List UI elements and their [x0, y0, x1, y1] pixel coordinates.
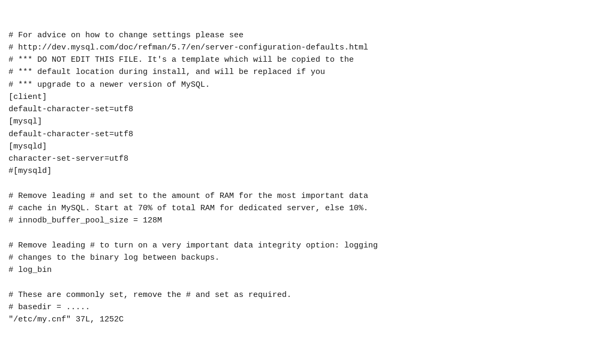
- code-line-4: # *** upgrade to a newer version of MySQ…: [9, 79, 591, 91]
- code-line-11: #[mysqld]: [9, 165, 591, 177]
- code-line-3: # *** default location during install, a…: [9, 66, 591, 78]
- code-line-12: [9, 178, 591, 190]
- code-line-23: "/etc/my.cnf" 37L, 1252C: [9, 313, 591, 326]
- code-content: # For advice on how to change settings p…: [9, 4, 591, 326]
- code-line-19: # log_bin: [9, 264, 591, 276]
- code-line-17: # Remove leading # to turn on a very imp…: [9, 239, 591, 252]
- code-line-22: # basedir = .....: [9, 301, 591, 313]
- code-line-18: # changes to the binary log between back…: [9, 252, 591, 264]
- code-line-8: default-character-set=utf8: [9, 128, 591, 140]
- code-line-6: default-character-set=utf8: [9, 103, 591, 115]
- code-line-1: # http://dev.mysql.com/doc/refman/5.7/en…: [9, 42, 591, 54]
- code-line-21: # These are commonly set, remove the # a…: [9, 289, 591, 301]
- editor-container: # For advice on how to change settings p…: [0, 0, 600, 364]
- code-line-0: # For advice on how to change settings p…: [9, 29, 591, 42]
- code-line-16: [9, 227, 591, 239]
- code-line-2: # *** DO NOT EDIT THIS FILE. It's a temp…: [9, 54, 591, 66]
- code-line-7: [mysql]: [9, 115, 591, 128]
- code-line-9: [mysqld]: [9, 140, 591, 153]
- code-line-13: # Remove leading # and set to the amount…: [9, 190, 591, 202]
- code-line-10: character-set-server=utf8: [9, 153, 591, 165]
- code-line-20: [9, 277, 591, 289]
- code-line-14: # cache in MySQL. Start at 70% of total …: [9, 202, 591, 214]
- code-line-15: # innodb_buffer_pool_size = 128M: [9, 214, 591, 227]
- code-line-5: [client]: [9, 91, 591, 103]
